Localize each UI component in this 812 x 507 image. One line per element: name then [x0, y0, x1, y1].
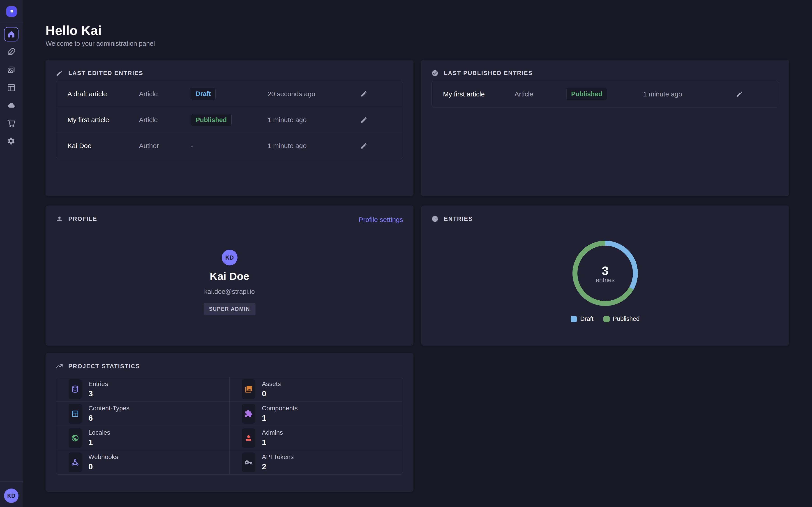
- assets-icon: [242, 379, 255, 399]
- sidebar-item-content-type-builder[interactable]: [4, 80, 18, 95]
- stat-label: Components: [262, 405, 298, 412]
- legend-swatch-draft: [571, 316, 577, 322]
- entry-status-cell: Published: [566, 88, 643, 100]
- trending-up-icon: [56, 363, 63, 370]
- sidebar-nav: [0, 27, 22, 148]
- stat-value: 3: [89, 389, 108, 398]
- stat-cell-api-tokens: API Tokens 2: [230, 450, 403, 474]
- sidebar-item-home[interactable]: [4, 27, 18, 42]
- chart-legend: Draft Published: [421, 316, 789, 323]
- entry-name: My first article: [67, 116, 139, 124]
- legend-item-published: Published: [603, 316, 640, 323]
- sidebar-item-media-library[interactable]: [4, 63, 18, 77]
- components-icon: [242, 404, 255, 424]
- stat-value: 1: [262, 413, 298, 422]
- gear-icon: [7, 137, 15, 145]
- card-title: PROFILE: [68, 215, 97, 222]
- entry-type: Article: [139, 90, 191, 98]
- pie-chart-icon: [432, 215, 439, 222]
- sidebar-item-settings[interactable]: [4, 134, 18, 148]
- entry-status-cell: -: [191, 142, 267, 150]
- card-header: LAST EDITED ENTRIES: [56, 68, 143, 78]
- stat-label: API Tokens: [262, 453, 294, 461]
- status-badge: Published: [191, 114, 232, 126]
- stat-value: 1: [89, 438, 110, 447]
- last-edited-entries-card: LAST EDITED ENTRIES A draft article Arti…: [46, 60, 413, 196]
- edit-entry-button[interactable]: [732, 91, 747, 98]
- legend-label: Draft: [580, 316, 594, 323]
- sidebar-user-avatar[interactable]: KD: [4, 489, 18, 503]
- profile-card: PROFILE Profile settings KD Kai Doe kai.…: [46, 206, 413, 346]
- profile-settings-link[interactable]: Profile settings: [359, 216, 403, 224]
- strapi-logo-icon: [9, 9, 14, 14]
- table-row[interactable]: My first article Article Published 1 min…: [56, 107, 403, 133]
- table-row[interactable]: A draft article Article Draft 20 seconds…: [56, 81, 403, 107]
- profile-name: Kai Doe: [46, 270, 413, 282]
- card-title: PROJECT STATISTICS: [68, 363, 140, 370]
- donut-center-value: 3: [421, 264, 789, 278]
- stats-grid: Entries 3 Assets 0 Content-Types: [56, 377, 403, 474]
- webhooks-icon: [68, 452, 82, 472]
- card-header: PROJECT STATISTICS: [56, 361, 140, 371]
- stat-value: 0: [262, 389, 281, 398]
- api-tokens-icon: [242, 452, 255, 472]
- entry-name: A draft article: [67, 90, 139, 98]
- card-header: LAST PUBLISHED ENTRIES: [432, 68, 533, 78]
- table-row[interactable]: My first article Article Published 1 min…: [432, 81, 778, 107]
- last-published-entries-card: LAST PUBLISHED ENTRIES My first article …: [421, 60, 789, 196]
- sidebar-divider: [0, 22, 22, 22]
- card-title: LAST EDITED ENTRIES: [68, 70, 143, 76]
- role-badge: SUPER ADMIN: [203, 303, 255, 315]
- entry-name: My first article: [443, 90, 514, 98]
- sidebar-item-cloud[interactable]: [4, 98, 18, 113]
- pencil-icon: [736, 91, 743, 98]
- card-header: PROFILE: [56, 214, 97, 224]
- admins-icon: [242, 428, 255, 448]
- donut-center-label: entries: [421, 277, 789, 284]
- pencil-icon: [360, 143, 367, 150]
- table-row[interactable]: Kai Doe Author - 1 minute ago: [56, 133, 403, 159]
- stat-cell-assets: Assets 0: [230, 377, 403, 401]
- entries-icon: [68, 379, 82, 399]
- pencil-icon: [360, 116, 367, 123]
- cloud-icon: [7, 101, 15, 110]
- edit-entry-button[interactable]: [357, 143, 371, 150]
- status-empty: -: [191, 142, 193, 150]
- status-badge: Draft: [191, 88, 216, 100]
- home-icon: [7, 30, 15, 39]
- sidebar: KD: [0, 0, 23, 507]
- sidebar-item-marketplace[interactable]: [4, 116, 18, 130]
- last-published-table: My first article Article Published 1 min…: [432, 81, 778, 108]
- stat-label: Webhooks: [89, 453, 118, 461]
- edit-entry-button[interactable]: [357, 116, 371, 123]
- check-circle-icon: [432, 70, 439, 76]
- media-library-icon: [7, 66, 15, 74]
- stat-label: Entries: [89, 380, 108, 388]
- edit-entry-button[interactable]: [357, 90, 371, 97]
- stat-value: 0: [89, 462, 118, 471]
- stat-value: 6: [89, 413, 130, 422]
- legend-item-draft: Draft: [571, 316, 594, 323]
- sidebar-item-content-manager[interactable]: [4, 45, 18, 59]
- locales-icon: [68, 428, 82, 448]
- strapi-logo[interactable]: [6, 6, 17, 17]
- pencil-icon: [56, 70, 63, 76]
- legend-label: Published: [613, 316, 640, 323]
- entry-time: 1 minute ago: [643, 90, 732, 98]
- page-subtitle: Welcome to your administration panel: [46, 40, 155, 47]
- stat-cell-components: Components 1: [230, 401, 403, 426]
- stat-cell-entries: Entries 3: [56, 377, 230, 401]
- pencil-icon: [360, 90, 367, 97]
- entry-time: 1 minute ago: [267, 142, 357, 150]
- card-title: LAST PUBLISHED ENTRIES: [444, 70, 533, 76]
- stat-cell-locales: Locales 1: [56, 426, 230, 450]
- stat-label: Locales: [89, 429, 110, 436]
- cart-icon: [7, 119, 15, 127]
- layout-icon: [7, 83, 15, 92]
- entry-time: 1 minute ago: [267, 116, 357, 124]
- status-badge: Published: [566, 88, 607, 100]
- profile-email: kai.doe@strapi.io: [46, 288, 413, 295]
- entries-chart-card: ENTRIES 3 entries Draft Published: [421, 206, 789, 346]
- entry-type: Article: [139, 116, 191, 124]
- entry-type: Author: [139, 142, 191, 150]
